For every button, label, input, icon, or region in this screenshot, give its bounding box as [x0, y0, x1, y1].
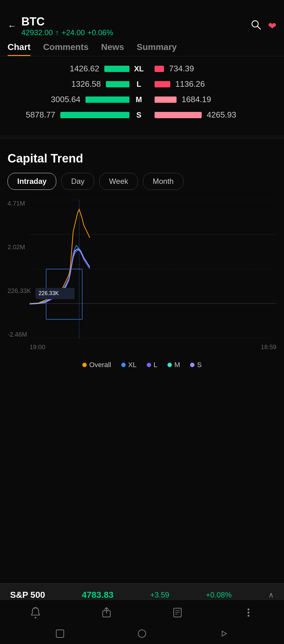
svg-point-22 [138, 630, 146, 637]
legend-label-m: M [174, 361, 180, 369]
back-button[interactable]: ← [8, 21, 16, 31]
chevron-up-icon[interactable]: ∧ [268, 591, 274, 599]
header: ← BTC 42932.00 ↑ +24.00 +0.06% ❤ [0, 0, 284, 42]
filter-day[interactable]: Day [61, 173, 94, 190]
section-divider [0, 135, 284, 139]
android-nav [0, 625, 284, 644]
bottom-ticker-change-pct: +0.08% [206, 591, 232, 599]
chart-right-s: 4265.93 [148, 110, 276, 120]
chart-value-xl-right: 734.39 [169, 64, 207, 74]
legend-dot-s [190, 363, 194, 367]
bar-pink-m [155, 96, 177, 103]
trend-chart-svg: 226.33K [30, 200, 276, 338]
filter-month[interactable]: Month [143, 173, 183, 190]
chart-row-m: 3005.64 M 1684.19 [8, 95, 276, 104]
price-value: 42932.00 [21, 28, 53, 37]
trend-chart-area: 4.71M 2.02M 226.33K -2.46M [8, 200, 276, 351]
chart-label-m: M [129, 95, 148, 104]
android-circle[interactable] [137, 629, 147, 641]
x-label-end: 18:59 [261, 344, 276, 351]
heart-icon[interactable]: ❤ [268, 20, 276, 32]
svg-rect-14 [174, 608, 181, 617]
capital-trend-section: Capital Trend Intraday Day Week Month 4.… [0, 142, 284, 379]
chart-value-m-right: 1684.19 [182, 95, 219, 104]
chart-value-xl-left: 1426.62 [62, 64, 99, 74]
svg-point-19 [248, 612, 249, 614]
more-icon[interactable] [242, 606, 255, 619]
chart-value-l-left: 1326.58 [63, 79, 101, 89]
bar-red-xl [155, 66, 164, 72]
chart-left-xl: 1426.62 [8, 64, 129, 74]
price-change: +24.00 [62, 28, 85, 37]
chart-row-l: 1326.58 L 1136.26 [8, 79, 276, 89]
svg-point-0 [252, 21, 258, 27]
search-icon[interactable] [250, 19, 262, 33]
price-change-pct: +0.06% [87, 28, 113, 37]
filter-week[interactable]: Week [99, 173, 138, 190]
legend-dot-xl [121, 363, 126, 367]
bar-pink-s [155, 112, 202, 118]
android-triangle[interactable] [219, 629, 229, 641]
legend-label-overall: Overall [89, 361, 111, 369]
svg-text:226.33K: 226.33K [39, 290, 59, 296]
section-title: Capital Trend [8, 152, 276, 165]
x-label-start: 19:00 [30, 344, 45, 351]
y-label-bot: -2.46M [8, 331, 31, 338]
bar-green-s [60, 112, 129, 118]
tab-chart[interactable]: Chart [8, 42, 30, 56]
chart-right-xl: 734.39 [148, 64, 276, 74]
svg-point-20 [248, 615, 249, 617]
tab-news[interactable]: News [101, 42, 124, 56]
legend-s: S [190, 361, 202, 369]
chart-value-m-left: 3005.64 [43, 95, 80, 104]
legend-label-l: L [154, 361, 157, 369]
chart-value-l-right: 1136.26 [175, 79, 213, 89]
svg-point-12 [35, 617, 36, 619]
bottom-nav [0, 600, 284, 625]
filter-intraday[interactable]: Intraday [8, 173, 56, 190]
bottom-ticker-price: 4783.83 [82, 590, 113, 600]
alert-icon[interactable] [29, 606, 42, 619]
notes-icon[interactable] [171, 606, 184, 619]
chart-left-l: 1326.58 [8, 79, 129, 89]
chart-label-xl: XL [129, 64, 148, 73]
ticker-info: BTC 42932.00 ↑ +24.00 +0.06% [21, 15, 113, 37]
time-filters: Intraday Day Week Month [8, 173, 276, 190]
y-label-mid2: 226.33K [8, 287, 31, 294]
y-label-top: 4.71M [8, 200, 31, 207]
y-label-mid1: 2.02M [8, 244, 31, 251]
header-left: ← BTC 42932.00 ↑ +24.00 +0.06% [8, 15, 113, 37]
android-square[interactable] [55, 629, 65, 641]
chart-left-s: 5878.77 [8, 110, 129, 120]
chart-x-labels: 19:00 18:59 [30, 344, 276, 351]
legend-dot-l [147, 363, 151, 367]
bar-green-xl [104, 66, 129, 72]
ticker-name: BTC [21, 15, 113, 28]
ticker-price: 42932.00 ↑ +24.00 +0.06% [21, 28, 113, 37]
chart-legend: Overall XL L M S [8, 356, 276, 379]
price-arrow: ↑ [55, 28, 59, 37]
chart-left-m: 3005.64 [8, 95, 129, 104]
bottom-ticker-name: S&P 500 [10, 590, 45, 600]
bottom-ticker-change: +3.59 [150, 591, 169, 599]
chart-row-xl: 1426.62 XL 734.39 [8, 64, 276, 74]
chart-row-s: 5878.77 S 4265.93 [8, 110, 276, 120]
chart-data: 1426.62 XL 734.39 1326.58 L 1136.26 3005… [0, 56, 284, 133]
legend-dot-overall [82, 363, 87, 367]
legend-dot-m [167, 363, 172, 367]
chart-y-labels: 4.71M 2.02M 226.33K -2.46M [8, 200, 31, 338]
nav-tabs: Chart Comments News Summary [0, 42, 284, 56]
bar-green-m [85, 96, 129, 103]
tab-summary[interactable]: Summary [137, 42, 177, 56]
legend-l: L [147, 361, 157, 369]
chart-label-s: S [129, 111, 148, 119]
header-right: ❤ [250, 19, 276, 33]
chart-right-l: 1136.26 [148, 79, 276, 89]
chart-value-s-right: 4265.93 [207, 110, 244, 120]
share-icon[interactable] [100, 606, 113, 619]
tab-comments[interactable]: Comments [43, 42, 89, 56]
chart-right-m: 1684.19 [148, 95, 276, 104]
legend-label-s: S [197, 361, 202, 369]
chart-label-l: L [129, 80, 148, 89]
legend-m: M [167, 361, 180, 369]
